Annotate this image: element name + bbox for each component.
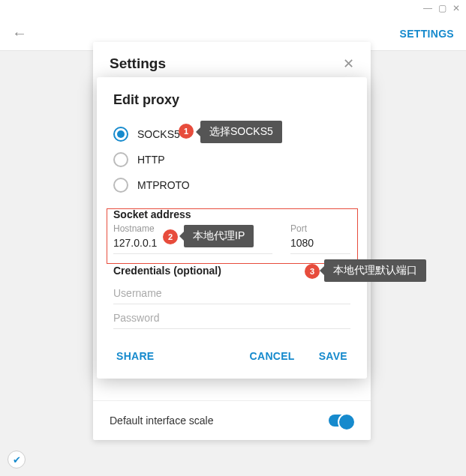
settings-link[interactable]: SETTINGS (400, 28, 454, 40)
dialog-actions: SHARE CANCEL SAVE (113, 344, 350, 368)
port-field[interactable]: Port 1080 (290, 223, 350, 254)
dialog-title: Edit proxy (113, 92, 350, 108)
window-maximize[interactable]: ▢ (438, 3, 446, 13)
window-close[interactable]: ✕ (452, 3, 460, 13)
annotation-badge-3: 3 (305, 264, 320, 279)
radio-checked-icon (113, 127, 128, 142)
annotation-callout-1: 选择SOCKS5 (200, 121, 282, 143)
password-input[interactable]: Password (113, 304, 350, 329)
port-input[interactable]: 1080 (290, 234, 350, 254)
save-button[interactable]: SAVE (316, 344, 350, 368)
annotation-badge-2: 2 (163, 229, 178, 244)
shield-icon[interactable]: ✔ (8, 451, 26, 469)
cancel-button[interactable]: CANCEL (247, 344, 298, 368)
settings-title: Settings (110, 55, 166, 72)
default-scale-toggle[interactable] (329, 415, 354, 427)
back-arrow-icon[interactable]: ← (12, 25, 27, 42)
proxy-type-http[interactable]: HTTP (113, 147, 350, 172)
annotation-callout-2: 本地代理IP (184, 225, 254, 247)
radio-icon (113, 152, 128, 167)
field-label: Port (290, 223, 350, 234)
section-title: Socket address (113, 208, 350, 220)
radio-label: MTPROTO (137, 179, 190, 191)
default-scale-label: Default interface scale (110, 415, 214, 427)
radio-icon (113, 178, 128, 193)
annotation-badge-1: 1 (179, 124, 194, 139)
proxy-type-mtproto[interactable]: MTPROTO (113, 172, 350, 198)
radio-label: SOCKS5 (137, 128, 180, 140)
close-icon[interactable]: ✕ (343, 55, 354, 72)
radio-label: HTTP (137, 154, 165, 166)
annotation-callout-3: 本地代理默认端口 (324, 259, 426, 282)
window-titlebar: — ▢ ✕ (0, 0, 466, 16)
username-input[interactable]: Username (113, 280, 350, 304)
window-minimize[interactable]: — (423, 3, 432, 13)
share-button[interactable]: SHARE (113, 344, 158, 368)
